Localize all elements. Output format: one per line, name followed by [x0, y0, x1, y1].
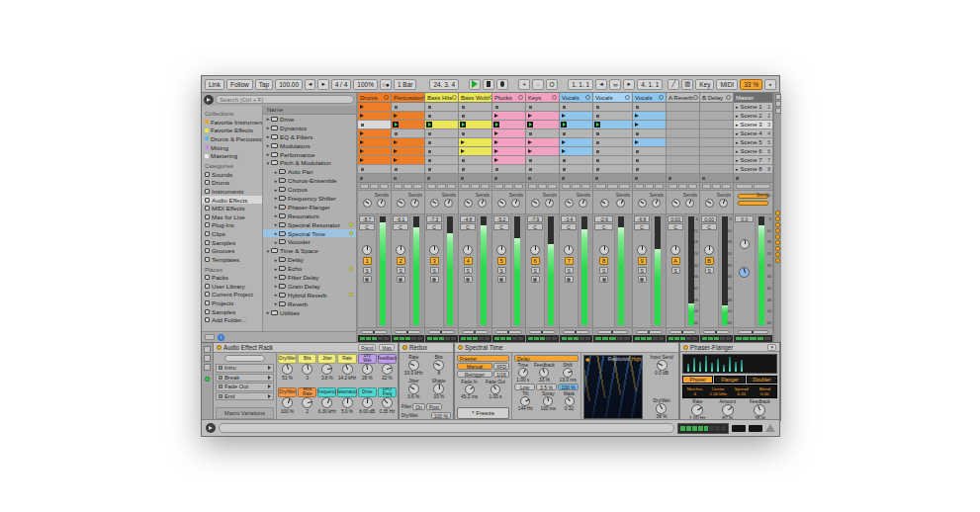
macro-knob[interactable]: [282, 397, 293, 408]
crossfade-slider[interactable]: [529, 330, 555, 334]
tab-flanger[interactable]: Flanger: [714, 376, 745, 384]
scene-row[interactable]: ▸Scene 55: [734, 138, 772, 147]
capture-midi-button[interactable]: O: [546, 79, 558, 90]
resolution-value[interactable]: High: [632, 357, 641, 362]
clip-slot[interactable]: [358, 121, 391, 129]
solo-button[interactable]: S: [397, 267, 405, 274]
volume-field[interactable]: 0.00: [701, 215, 717, 222]
clip-slot[interactable]: [700, 121, 733, 129]
track-header[interactable]: Percussion: [392, 93, 424, 103]
send-a-knob[interactable]: [363, 199, 372, 208]
freezer-fade-in-knob[interactable]: [465, 384, 475, 394]
send-b-slider[interactable]: [738, 201, 768, 206]
tree-item-pitch-modulation[interactable]: ▾Pitch & Modulation: [263, 158, 356, 167]
tree-item-phaser-flanger[interactable]: ▸Phaser-Flanger: [263, 203, 356, 212]
scene-stop-button[interactable]: [775, 216, 780, 221]
io-chooser[interactable]: [461, 184, 470, 189]
clip-slot[interactable]: [667, 147, 699, 156]
io-chooser[interactable]: [595, 184, 606, 189]
crossfade-assign[interactable]: [526, 327, 559, 335]
browser-name-column-header[interactable]: Name: [263, 106, 356, 115]
sidebar-item-midi-effects[interactable]: MIDI Effects: [202, 204, 262, 213]
clip-slot[interactable]: [526, 103, 559, 112]
clip-slot[interactable]: [667, 165, 699, 174]
send-a-knob[interactable]: [600, 199, 609, 208]
io-chooser[interactable]: [380, 184, 389, 189]
browser-search-input[interactable]: Search (Ctrl + F): [216, 95, 354, 104]
scene-stop-button[interactable]: [775, 252, 780, 257]
io-chooser[interactable]: [754, 184, 770, 189]
pan-field[interactable]: C: [701, 223, 717, 230]
delay-drywet-slider[interactable]: 100 %: [558, 384, 579, 390]
pan-knob[interactable]: [362, 245, 372, 255]
tree-item-drive[interactable]: ▸Drive: [263, 115, 356, 124]
clip-slot[interactable]: [425, 165, 458, 174]
track-activator-button[interactable]: 8: [599, 257, 608, 265]
volume-field[interactable]: -7.9: [527, 215, 543, 222]
rack-map-button[interactable]: Map: [379, 344, 395, 351]
freezer-fade-out-knob[interactable]: [490, 384, 500, 394]
scene-stop-button[interactable]: [775, 222, 780, 227]
metronome-toggle[interactable]: ○●: [380, 79, 392, 90]
clip-slot[interactable]: [700, 156, 733, 165]
io-chooser[interactable]: [548, 184, 557, 189]
scene-row[interactable]: ▸Scene 88: [734, 165, 772, 174]
crossfade-slider[interactable]: [597, 330, 628, 334]
clip-slot[interactable]: [667, 129, 699, 138]
pan-knob[interactable]: [463, 245, 473, 255]
sidebar-item-grooves[interactable]: Grooves: [202, 246, 262, 255]
track-activator-button[interactable]: A: [671, 257, 680, 265]
tree-item-resonators[interactable]: ▸Resonators: [263, 212, 356, 220]
arm-button[interactable]: [638, 276, 647, 283]
link-button[interactable]: Link: [205, 79, 224, 90]
pan-knob[interactable]: [429, 245, 439, 255]
clip-slot[interactable]: [392, 103, 424, 112]
clip-view-toggle-icon[interactable]: [204, 346, 211, 353]
clip-slot[interactable]: [459, 112, 491, 121]
tree-item-utilities[interactable]: ▸Utilities: [263, 308, 356, 317]
clip-slot[interactable]: [492, 156, 525, 165]
clip-slot[interactable]: [358, 103, 391, 112]
io-chooser[interactable]: [581, 184, 590, 189]
clip-slot[interactable]: [667, 121, 699, 129]
nudge-down-button[interactable]: ◂: [305, 79, 315, 90]
clip-slot[interactable]: [667, 112, 699, 121]
pan-knob[interactable]: [496, 245, 506, 255]
scene-row[interactable]: ▸Scene 33: [734, 121, 772, 129]
sidebar-item-sounds[interactable]: Sounds: [202, 170, 262, 179]
volume-field[interactable]: 0.00: [668, 215, 683, 222]
clip-slot[interactable]: [425, 156, 458, 165]
io-chooser[interactable]: [736, 184, 753, 189]
punch-in-button[interactable]: ◂: [595, 79, 607, 90]
io-chooser[interactable]: [538, 184, 547, 189]
clip-slot[interactable]: [425, 112, 458, 121]
clip-slot[interactable]: [358, 129, 391, 138]
clip-slot[interactable]: [492, 138, 525, 147]
cue-volume-knob[interactable]: [739, 267, 750, 278]
io-chooser[interactable]: [668, 184, 677, 189]
solo-button[interactable]: S: [497, 267, 506, 274]
io-chooser[interactable]: [427, 184, 436, 189]
clip-slot[interactable]: [492, 103, 525, 112]
collection-item[interactable]: Mixing: [202, 143, 262, 152]
io-chooser[interactable]: [437, 184, 446, 189]
crossfade-slider[interactable]: [428, 330, 454, 334]
pan-knob[interactable]: [530, 245, 540, 255]
pan-field[interactable]: C: [668, 223, 683, 230]
phaser-param-spread[interactable]: Spread0.20: [730, 385, 754, 397]
tree-item-grain-delay[interactable]: ▸Grain Delay: [263, 282, 356, 291]
rack-collapse-icon[interactable]: [204, 364, 211, 371]
send-b-knob[interactable]: [545, 199, 554, 208]
delay-stereo-field[interactable]: 3.5 %: [536, 384, 557, 390]
scene-stop-button[interactable]: [775, 211, 780, 215]
volume-field[interactable]: -8.7: [359, 215, 375, 222]
clip-slot[interactable]: [526, 147, 559, 156]
clip-slot[interactable]: [492, 129, 525, 138]
macro-knob[interactable]: [282, 364, 293, 375]
collection-item[interactable]: Drums & Percussion: [202, 134, 262, 143]
clip-slot[interactable]: [392, 147, 424, 156]
phaser-feedback-knob[interactable]: [754, 404, 765, 416]
sidebar-item-templates[interactable]: Templates: [202, 255, 262, 264]
track-activator-button[interactable]: 1: [363, 257, 372, 265]
redux-jitter-knob[interactable]: [408, 384, 419, 394]
